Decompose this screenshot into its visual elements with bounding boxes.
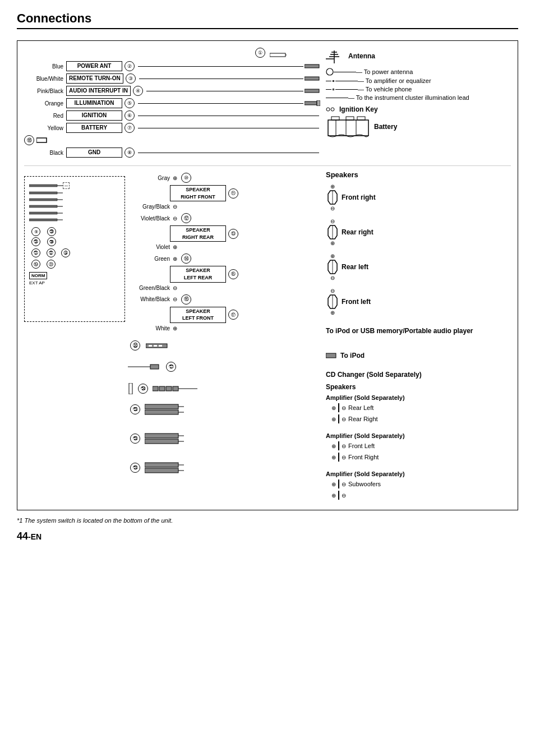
to-vehicle-phone: — To vehicle phone <box>326 86 511 93</box>
norm-label: NORM <box>29 272 47 279</box>
ipod-usb-label: To iPod or USB memory/Portable audio pla… <box>326 327 511 335</box>
ignition-key-label: Ignition Key <box>339 105 378 113</box>
wire-ignition: Red IGNITION ⑥ <box>24 110 320 121</box>
svg-rect-55 <box>145 463 178 467</box>
to-ipod-label: To iPod <box>326 352 511 359</box>
amp2-label: Amplifier (Sold Separately) <box>326 432 511 439</box>
num-30: ㉚ <box>130 340 140 351</box>
wire-speaker-lr-greenblack: Green/Black ⊖ <box>131 285 320 291</box>
speakers-label-2: Speakers <box>326 383 511 391</box>
connector-num-1: ① <box>255 48 265 58</box>
svg-rect-38 <box>159 345 162 347</box>
amp3-label: Amplifier (Sold Separately) <box>326 471 511 477</box>
svg-rect-51 <box>145 434 178 438</box>
svg-rect-49 <box>145 410 178 414</box>
num-25-2: ㉕ <box>130 434 140 444</box>
front-left-label: Front left <box>342 298 371 306</box>
svg-rect-7 <box>36 138 47 142</box>
svg-rect-3 <box>305 77 319 80</box>
svg-rect-57 <box>145 468 178 473</box>
svg-rect-23 <box>29 185 57 187</box>
svg-rect-42 <box>153 386 158 391</box>
num-25-1: ㉕ <box>130 404 140 414</box>
to-illumination: — To the instrument cluster illumination… <box>326 94 511 101</box>
svg-rect-67 <box>326 353 336 358</box>
front-right-label: Front right <box>342 193 376 201</box>
svg-rect-47 <box>145 404 178 409</box>
svg-rect-29 <box>29 205 57 208</box>
svg-rect-33 <box>29 219 57 221</box>
wire-speaker-rf-gray: Gray ⊕ ⑩ <box>131 173 320 183</box>
rear-left-label: Rear left <box>342 263 368 271</box>
svg-point-13 <box>326 68 333 75</box>
wire-gnd: Black GND ⑧ <box>24 147 320 158</box>
unit-outline: -- <box>24 176 125 322</box>
svg-rect-44 <box>166 386 172 391</box>
num-25-3: ㉕ <box>130 463 140 473</box>
svg-rect-2 <box>305 64 319 68</box>
svg-rect-25 <box>29 192 57 194</box>
svg-rect-4 <box>305 89 319 93</box>
svg-rect-16 <box>331 117 339 120</box>
svg-rect-17 <box>346 117 354 120</box>
amp1-label: Amplifier (Sold Separately) <box>326 394 511 401</box>
svg-rect-43 <box>159 386 165 391</box>
footnote: *1 The system switch is located on the b… <box>17 517 518 524</box>
svg-rect-5 <box>305 102 317 105</box>
wire-power-ant: Blue POWER ANT ② <box>24 61 320 71</box>
wire-speaker-rr-violet: Violet ⊕ <box>131 244 320 250</box>
num-18: ⑱ <box>24 135 34 145</box>
speakers-label: Speakers <box>326 170 511 179</box>
svg-point-15 <box>331 108 334 111</box>
svg-point-14 <box>326 108 330 111</box>
svg-rect-27 <box>29 199 57 201</box>
wire-battery: Yellow BATTERY ⑦ <box>24 123 320 133</box>
top-right-desc: Antenna — To power antenna — To amplifie… <box>326 48 511 160</box>
wire-audio-interrupt: Pink/Black AUDIO INTERRUPT IN ④ <box>24 86 320 96</box>
page-title: Connections <box>17 11 518 29</box>
svg-rect-40 <box>150 365 159 369</box>
wire-speaker-rr-violetblack: Violet/Black ⊖ ⑫ <box>131 213 320 223</box>
ext-ap-label: EXT AP <box>29 280 120 285</box>
to-power-antenna: — To power antenna <box>326 68 511 76</box>
num-27: ㉗ <box>166 362 176 372</box>
battery-label: Battery <box>374 123 397 131</box>
svg-rect-53 <box>145 439 178 444</box>
cd-changer-label: CD Changer (Sold Separately) <box>326 371 422 379</box>
svg-rect-0 <box>270 53 285 57</box>
svg-rect-37 <box>154 345 157 347</box>
svg-rect-36 <box>149 345 152 347</box>
svg-rect-41 <box>129 383 132 394</box>
svg-rect-18 <box>357 117 365 120</box>
bottom-left: -- <box>24 170 320 503</box>
to-amplifier: — To amplifier or equalizer <box>326 77 511 84</box>
page-suffix: -EN <box>28 532 41 541</box>
bottom-right: Speakers ⊕ ⊖ Front right ⊖ <box>326 170 511 503</box>
svg-rect-19 <box>328 120 368 136</box>
wire-speaker-lf-whiteblack: White/Black ⊖ ⑯ <box>131 294 320 305</box>
wire-speaker-lf-white: White ⊕ <box>131 325 320 331</box>
top-left-wires: ① Blue POWER ANT ② Blue/White REMOTE TUR… <box>24 48 320 160</box>
wire-speaker-lr-green: Green ⊕ ⑭ <box>131 253 320 264</box>
page-number: 44 <box>17 531 28 542</box>
antenna-label: Antenna <box>348 52 375 60</box>
diagram-wrapper: ① Blue POWER ANT ② Blue/White REMOTE TUR… <box>17 40 518 510</box>
svg-rect-31 <box>29 212 57 214</box>
rear-right-label: Rear right <box>342 228 373 236</box>
wire-speaker-rf-grayblack: Gray/Black ⊖ <box>131 204 320 210</box>
svg-rect-6 <box>317 100 320 106</box>
svg-rect-45 <box>173 386 178 391</box>
wire-remote-turn-on: Blue/White REMOTE TURN-ON ③ <box>24 73 320 84</box>
num-24: ㉔ <box>138 384 148 394</box>
wire-illumination: Orange ILLUMINATION ⑤ <box>24 98 320 108</box>
